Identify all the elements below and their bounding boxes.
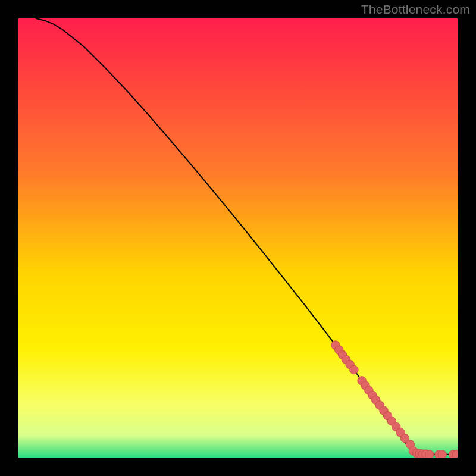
chart-stage: { "watermark": "TheBottleneck.com", "col… [0,0,476,476]
chart-plot [18,18,458,458]
data-marker [438,450,446,458]
data-marker [425,450,434,458]
watermark-text: TheBottleneck.com [361,2,470,17]
data-marker [350,365,358,374]
gradient-bg [18,18,458,458]
